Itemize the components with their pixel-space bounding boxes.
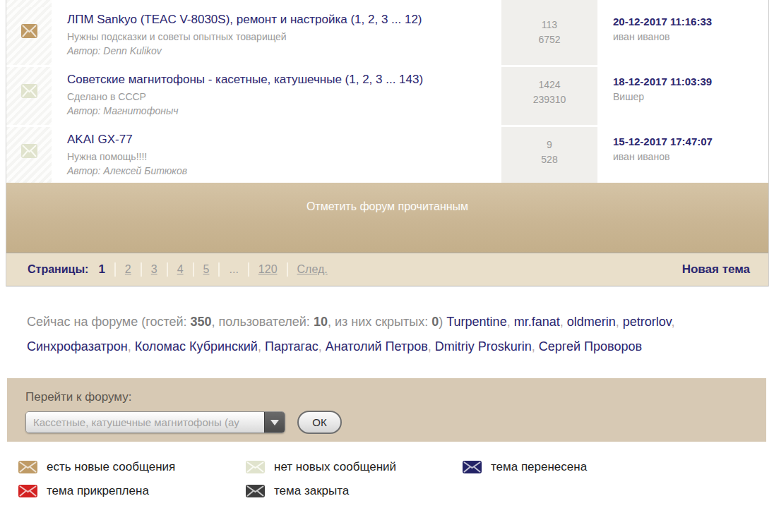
- guests-count: 350: [191, 315, 212, 329]
- table-row: AKAI GX-77 Нужна помощь!!!! Автор: Алекс…: [6, 127, 768, 183]
- envelope-topic-moved-icon: [463, 461, 482, 473]
- topic-replies-count: 1424: [501, 78, 597, 92]
- page-separator: [141, 262, 142, 277]
- topic-stats-cell: 9 528: [501, 127, 597, 183]
- table-row: ЛПМ Sankyo (TEAC V-8030S), ремонт и наст…: [6, 7, 768, 65]
- topic-stats-cell: 113 6752: [501, 7, 597, 65]
- envelope-new-messages-icon: [21, 24, 37, 38]
- last-post-date-link[interactable]: 15-12-2017 17:47:07: [613, 135, 761, 147]
- page-link-120[interactable]: 120: [258, 263, 278, 276]
- topic-stats-cell: 1424 239310: [501, 67, 597, 125]
- online-user-link[interactable]: Сергей Проворов: [539, 339, 642, 353]
- online-user-link[interactable]: Коломас Кубринский: [135, 339, 258, 353]
- topic-icon-cell: [6, 7, 52, 65]
- topic-author: Автор: Магнитофоныч: [67, 104, 493, 119]
- jump-to-forum-box: Перейти к форуму: Кассетные, катушечные …: [7, 378, 766, 442]
- topic-title-link[interactable]: Советские магнитофоны - касетные, катуше…: [67, 73, 423, 87]
- pagination-bar: Страницы: 1 2 3 4 5 ... 120 След. Новая …: [6, 253, 768, 286]
- page-link-next[interactable]: След.: [297, 263, 328, 276]
- topic-title-link[interactable]: ЛПМ Sankyo (TEAC V-8030S), ремонт и наст…: [67, 13, 422, 27]
- topic-views-count: 528: [501, 152, 597, 167]
- legend-label: тема закрыта: [274, 484, 349, 498]
- forum-select-value: Кассетные, катушечные магнитофоны (ау: [26, 412, 264, 433]
- legend-label: тема прикреплена: [47, 484, 149, 498]
- forum-select[interactable]: Кассетные, катушечные магнитофоны (ау: [25, 411, 285, 433]
- page-link-2[interactable]: 2: [125, 263, 131, 276]
- last-post-user: Вишер: [613, 91, 761, 102]
- page-link-3[interactable]: 3: [151, 263, 157, 276]
- envelope-no-new-messages-icon: [246, 461, 265, 473]
- envelope-topic-pinned-icon: [18, 485, 37, 497]
- online-user-link[interactable]: Turpentine: [446, 315, 506, 329]
- page-link-4[interactable]: 4: [177, 263, 184, 276]
- page-separator: [287, 262, 288, 277]
- topic-icon-cell: [6, 67, 52, 125]
- online-users-line: Сейчас на форуме (гостей: 350, пользоват…: [27, 310, 747, 359]
- online-user-link[interactable]: mr.fanat: [514, 315, 560, 329]
- online-user-link[interactable]: oldmerin: [567, 315, 616, 329]
- topic-views-count: 239310: [501, 92, 597, 107]
- users-count: 10: [314, 315, 328, 329]
- legend-item: нет новых сообщений: [246, 460, 463, 474]
- online-user-link[interactable]: Dmitriy Proskurin: [435, 339, 532, 353]
- page-ellipsis: ...: [229, 263, 238, 276]
- table-row-partial: [6, 0, 768, 4]
- mark-forum-read-band: Отметить форум прочитанным: [6, 183, 768, 253]
- pages-label: Страницы:: [28, 263, 88, 276]
- page-separator: [114, 262, 116, 277]
- envelope-no-new-messages-icon: [21, 144, 37, 158]
- topic-subtitle: Нужна помощь!!!!: [67, 150, 493, 164]
- online-user-link[interactable]: Анатолий Петров: [326, 339, 428, 353]
- topic-icons-legend: есть новые сообщения нет новых сообщений…: [18, 460, 774, 498]
- envelope-new-messages-icon: [18, 461, 37, 473]
- jump-to-forum-label: Перейти к форуму:: [25, 390, 766, 404]
- mark-forum-read-button[interactable]: Отметить форум прочитанным: [306, 200, 468, 212]
- forum-topics-table: ЛПМ Sankyo (TEAC V-8030S), ремонт и наст…: [6, 0, 769, 286]
- online-user-link[interactable]: Партагас: [265, 339, 318, 353]
- topic-title-link[interactable]: AKAI GX-77: [67, 133, 133, 147]
- page-separator: [248, 262, 249, 277]
- topic-views-count: 6752: [501, 32, 597, 47]
- legend-label: нет новых сообщений: [274, 460, 396, 474]
- page-link-5[interactable]: 5: [203, 263, 210, 276]
- topic-author: Автор: Denn Kulikov: [67, 44, 493, 59]
- page-separator: [193, 262, 194, 277]
- legend-item: тема перенесена: [463, 460, 774, 474]
- legend-item: есть новые сообщения: [18, 460, 246, 474]
- legend-item: тема прикреплена: [18, 484, 246, 498]
- topic-icon-cell: [6, 127, 52, 183]
- page-separator: [218, 262, 220, 277]
- chevron-down-icon: [264, 412, 285, 433]
- legend-label: есть новые сообщения: [47, 460, 175, 474]
- last-post-user: иван иванов: [613, 151, 761, 162]
- last-post-date-link[interactable]: 18-12-2017 11:03:39: [613, 75, 761, 87]
- page-current: 1: [98, 262, 105, 277]
- last-post-date-link[interactable]: 20-12-2017 11:16:33: [613, 16, 761, 28]
- ok-button[interactable]: ОК: [297, 411, 342, 434]
- topic-subtitle: Сделано в СССР: [67, 90, 493, 104]
- hidden-count: 0: [431, 315, 439, 329]
- online-user-link[interactable]: Синхрофазатрон: [27, 339, 128, 353]
- online-user-link[interactable]: petrorlov: [623, 315, 672, 329]
- legend-item: тема закрыта: [246, 484, 463, 498]
- page-separator: [167, 262, 168, 277]
- topic-author: Автор: Алексей Битюков: [67, 164, 493, 179]
- topic-replies-count: 9: [501, 138, 597, 152]
- envelope-no-new-messages-icon: [21, 84, 37, 98]
- table-row: Советские магнитофоны - касетные, катуше…: [6, 67, 768, 125]
- last-post-user: иван иванов: [613, 31, 761, 42]
- online-prefix: Сейчас на форуме (гостей:: [27, 315, 191, 329]
- topic-replies-count: 113: [501, 18, 597, 32]
- new-topic-button[interactable]: Новая тема: [682, 262, 750, 277]
- envelope-topic-closed-icon: [246, 485, 265, 497]
- topic-subtitle: Нужны подсказки и советы опытных товарищ…: [67, 30, 493, 44]
- legend-label: тема перенесена: [491, 460, 587, 474]
